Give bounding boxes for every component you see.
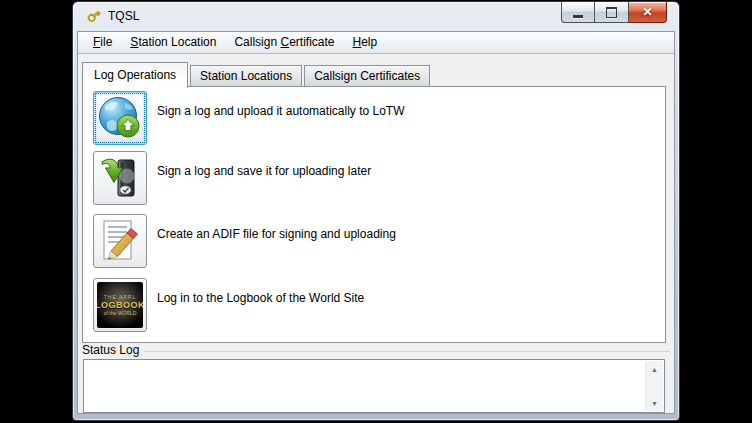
create-adif-label: Create an ADIF file for signing and uplo… [157, 227, 396, 241]
tab-log-operations[interactable]: Log Operations [82, 62, 188, 88]
action-lotw-login: THE ARRL LOGBOOK of the WORLD Log in to … [93, 278, 147, 332]
scroll-down-icon: ▼ [651, 400, 658, 407]
maximize-button[interactable] [595, 2, 629, 23]
sign-save-label: Sign a log and save it for uploading lat… [157, 164, 371, 178]
sign-upload-label: Sign a log and upload it automatically t… [157, 104, 404, 118]
log-operations-panel: Sign a log and upload it automatically t… [82, 86, 666, 343]
save-later-icon [97, 155, 143, 201]
action-create-adif: Create an ADIF file for signing and uplo… [93, 214, 147, 268]
client-area: File Station Location Callsign Certifica… [77, 31, 675, 414]
scroll-down-button[interactable]: ▼ [646, 395, 663, 411]
menu-station-location[interactable]: Station Location [121, 33, 225, 52]
tab-bar: Log Operations Station Locations Callsig… [82, 62, 432, 87]
minimize-icon [573, 15, 583, 18]
lotw-logo-icon: THE ARRL LOGBOOK of the WORLD [97, 282, 143, 328]
tqsl-window: TQSL ✕ File Station Location Callsign Ce… [72, 1, 680, 421]
status-log-header: Status Log [82, 343, 670, 357]
window-controls: ✕ [561, 2, 667, 23]
titlebar[interactable]: TQSL ✕ [73, 2, 679, 31]
lotw-login-label: Log in to the Logbook of the World Site [157, 291, 364, 305]
minimize-button[interactable] [561, 2, 595, 23]
menu-file[interactable]: File [84, 33, 121, 52]
action-sign-save: Sign a log and save it for uploading lat… [93, 151, 147, 205]
sign-save-button[interactable] [93, 151, 147, 205]
close-icon: ✕ [642, 6, 652, 18]
status-log-scrollbar[interactable]: ▲ ▼ [645, 361, 663, 411]
menu-help[interactable]: Help [344, 33, 387, 52]
status-log-label: Status Log [82, 343, 139, 357]
scroll-up-button[interactable]: ▲ [646, 361, 663, 377]
tab-station-locations[interactable]: Station Locations [190, 65, 302, 87]
scroll-up-icon: ▲ [651, 366, 658, 373]
menu-callsign-certificate[interactable]: Callsign Certificate [225, 33, 343, 52]
maximize-icon [606, 7, 617, 18]
lotw-login-button[interactable]: THE ARRL LOGBOOK of the WORLD [93, 278, 147, 332]
create-adif-button[interactable] [93, 214, 147, 268]
status-log-divider [144, 351, 670, 352]
globe-upload-icon [97, 95, 143, 141]
key-icon[interactable] [86, 8, 102, 24]
tab-callsign-certificates[interactable]: Callsign Certificates [304, 65, 430, 87]
menubar: File Station Location Callsign Certifica… [78, 32, 674, 54]
sign-upload-button[interactable] [93, 91, 147, 145]
window-title: TQSL [108, 9, 139, 23]
close-button[interactable]: ✕ [629, 2, 667, 23]
status-log-textarea[interactable]: ▲ ▼ [83, 359, 665, 413]
action-sign-upload: Sign a log and upload it automatically t… [93, 91, 147, 145]
adif-edit-icon [97, 218, 143, 264]
